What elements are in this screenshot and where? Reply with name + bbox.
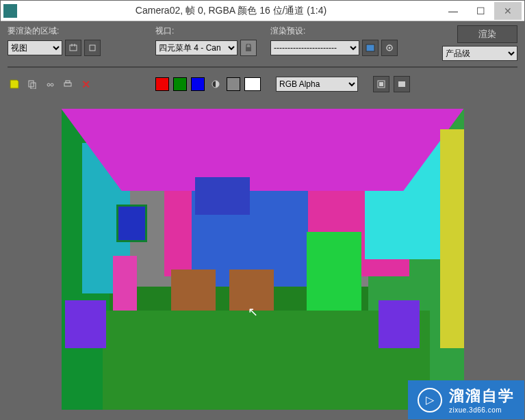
preset-select[interactable]: ----------------------- [270, 40, 359, 55]
save-icon[interactable] [8, 77, 21, 91]
display-mode-b-icon[interactable] [394, 76, 410, 92]
viewport-area: ↖ ▷ 溜溜自学 zixue.3d66.com [1, 99, 524, 419]
lock-icon[interactable] [240, 40, 257, 56]
maximize-button[interactable]: ☐ [467, 2, 494, 20]
output-select[interactable]: 产品级 [442, 46, 517, 61]
render-area-section: 要渲染的区域: 视图 [8, 25, 101, 56]
chair [229, 270, 274, 311]
window-controls: — ☐ ✕ [439, 2, 522, 20]
settings-icon[interactable] [381, 40, 398, 56]
render-scene [62, 109, 464, 410]
watermark: ▷ 溜溜自学 zixue.3d66.com [408, 380, 524, 419]
svg-point-10 [47, 83, 50, 86]
preset-label: 渲染预设: [270, 25, 398, 37]
window-title: Camera02, 帧 0, RGBA 颜色 16 位/通道 (1:4) [23, 5, 439, 17]
svg-rect-3 [90, 45, 95, 51]
clone-icon[interactable] [43, 77, 57, 91]
svg-rect-17 [398, 81, 405, 87]
app-icon [3, 4, 17, 18]
channel-select[interactable]: RGB Alpha [276, 77, 358, 92]
svg-rect-16 [379, 82, 383, 86]
curtain [440, 129, 464, 348]
picture-frame [116, 205, 147, 242]
render-area-label: 要渲染的区域: [8, 25, 101, 37]
watermark-url: zixue.3d66.com [449, 406, 515, 414]
toolbar-area: 要渲染的区域: 视图 视口: 四元 [1, 21, 524, 99]
toolbar-row-2: ✕ RGB Alpha [8, 73, 517, 95]
svg-rect-5 [366, 44, 374, 51]
lamp [65, 300, 106, 348]
alpha-toggle-icon[interactable] [209, 77, 222, 91]
ceiling [62, 109, 464, 191]
render-window: Camera02, 帧 0, RGBA 颜色 16 位/通道 (1:4) — ☐… [0, 0, 525, 420]
render-area-select[interactable]: 视图 [8, 40, 62, 55]
cabinet [113, 256, 137, 311]
display-mode-a-icon[interactable] [373, 76, 389, 92]
watermark-title: 溜溜自学 [449, 386, 515, 406]
titlebar: Camera02, 帧 0, RGBA 颜色 16 位/通道 (1:4) — ☐… [1, 1, 524, 21]
viewport-select[interactable]: 四元菜单 4 - Can [155, 40, 238, 55]
close-button[interactable]: ✕ [494, 2, 522, 20]
svg-point-11 [51, 83, 53, 86]
minimize-button[interactable]: — [439, 2, 467, 20]
render-output-section: 渲染 产品级 [442, 25, 517, 61]
viewport-label: 视口: [155, 25, 257, 37]
preset-section: 渲染预设: ----------------------- [270, 25, 398, 56]
svg-rect-13 [66, 81, 70, 83]
lamp [379, 300, 420, 348]
viewport-section: 视口: 四元菜单 4 - Can [155, 25, 257, 56]
print-icon[interactable] [61, 77, 75, 91]
mono-swatch[interactable] [227, 77, 240, 91]
copy-icon[interactable] [25, 77, 39, 91]
blue-channel-swatch[interactable] [191, 77, 205, 91]
chair [171, 270, 216, 311]
green-channel-swatch[interactable] [173, 77, 187, 91]
render-button[interactable]: 渲染 [457, 25, 517, 43]
white-swatch[interactable] [244, 77, 261, 91]
preset-image-icon[interactable] [362, 40, 379, 56]
render-preview[interactable]: ↖ [62, 109, 464, 410]
svg-point-7 [389, 47, 391, 49]
play-icon: ▷ [418, 388, 442, 412]
clear-icon[interactable]: ✕ [79, 77, 92, 91]
svg-rect-12 [64, 83, 71, 86]
red-channel-swatch[interactable] [155, 77, 169, 91]
side-panel [307, 232, 361, 311]
region-crop-icon[interactable] [84, 40, 101, 56]
region-lock-icon[interactable] [65, 40, 81, 56]
toolbar-row-1: 要渲染的区域: 视图 视口: 四元 [8, 25, 517, 61]
toolbar-separator [8, 66, 517, 68]
svg-rect-0 [70, 45, 77, 51]
svg-rect-4 [246, 47, 251, 51]
chandelier [195, 177, 250, 215]
